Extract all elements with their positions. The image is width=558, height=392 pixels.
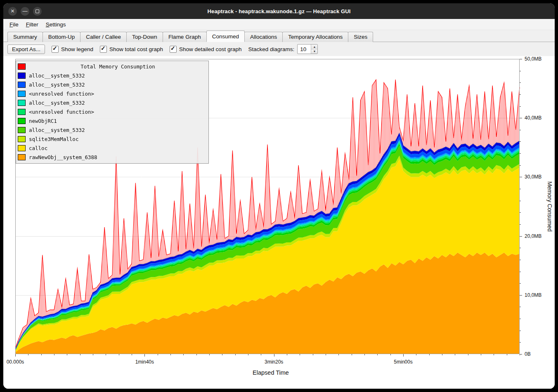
legend-row: calloc xyxy=(18,143,207,153)
tab-summary[interactable]: Summary xyxy=(7,32,43,42)
legend-label: newObjRC1 xyxy=(29,118,57,124)
checkbox-box: ✓ xyxy=(100,46,107,53)
tab-caller-callee[interactable]: Caller / Callee xyxy=(80,32,127,42)
tab-bottom-up[interactable]: Bottom-Up xyxy=(43,32,81,42)
legend-row: newObjRC1 xyxy=(18,116,207,125)
chart-legend: Total Memory Consumptionalloc__system_53… xyxy=(16,61,209,164)
legend-label: alloc__system_5332 xyxy=(29,100,85,106)
y-axis-tick-label: 10,0MB xyxy=(525,292,541,298)
y-axis-title: Memory Consumed xyxy=(546,181,553,232)
close-icon: ✕ xyxy=(10,9,14,14)
y-axis-tick-label: 50,0MB xyxy=(525,56,541,62)
legend-title-row: Total Memory Consumption xyxy=(18,62,207,71)
stacked-diagrams-spinbox[interactable]: 10 ▲ ▼ xyxy=(297,44,318,54)
spinbox-value: 10 xyxy=(298,45,311,54)
stacked-diagrams-label: Stacked diagrams: xyxy=(248,46,295,52)
legend-color-swatch xyxy=(18,100,26,106)
legend-row: alloc__system_5332 xyxy=(18,71,207,80)
tab-temporary-allocations[interactable]: Temporary Allocations xyxy=(282,32,348,42)
y-axis-tick-label: 20,0MB xyxy=(525,233,541,239)
tab-bar: Summary Bottom-Up Caller / Callee Top-Do… xyxy=(3,30,555,42)
maximize-icon xyxy=(35,9,39,13)
legend-row: <unresolved function> xyxy=(18,107,207,116)
checkbox-show-detailed-cost-graph[interactable]: ✓ Show detailed cost graph xyxy=(170,46,242,53)
legend-color-swatch xyxy=(18,91,26,97)
legend-label: Total Memory Consumption xyxy=(29,63,207,70)
spin-down-button[interactable]: ▼ xyxy=(311,49,317,54)
spinbox-buttons: ▲ ▼ xyxy=(311,45,317,54)
legend-label: alloc__system_5332 xyxy=(29,82,85,88)
legend-color-swatch xyxy=(18,118,26,124)
toolbar: Export As... ✓ Show legend ✓ Show total … xyxy=(3,42,555,56)
legend-color-swatch xyxy=(18,109,26,115)
checkbox-label: Show legend xyxy=(61,46,93,52)
tab-sizes[interactable]: Sizes xyxy=(348,32,373,42)
legend-label: alloc__system_5332 xyxy=(29,127,85,133)
x-axis-tick-label: 1min40s xyxy=(135,359,154,365)
window-controls: ✕ — xyxy=(8,3,42,19)
legend-row: sqlite3MemMalloc xyxy=(18,134,207,143)
export-as-button[interactable]: Export As... xyxy=(7,45,45,54)
legend-label: <unresolved function> xyxy=(29,91,94,97)
checkmark-icon: ✓ xyxy=(101,45,106,52)
window-title: Heaptrack - heaptrack.wakunode.1.gz — He… xyxy=(3,8,555,14)
menu-item-settings[interactable]: Settings xyxy=(42,20,70,29)
legend-color-swatch xyxy=(18,73,26,79)
checkbox-show-total-cost-graph[interactable]: ✓ Show total cost graph xyxy=(100,46,163,53)
tab-flame-graph[interactable]: Flame Graph xyxy=(163,32,207,42)
minimize-button[interactable]: — xyxy=(21,7,29,16)
legend-label: <unresolved function> xyxy=(29,109,94,115)
x-axis-tick-label: 5min00s xyxy=(394,359,412,365)
x-axis-tick-label: 3min20s xyxy=(265,359,283,365)
legend-label: alloc__system_5332 xyxy=(29,73,85,79)
legend-label: sqlite3MemMalloc xyxy=(29,136,78,142)
menu-item-file[interactable]: File xyxy=(6,20,22,29)
tab-top-down[interactable]: Top-Down xyxy=(126,32,163,42)
legend-color-swatch xyxy=(18,82,26,88)
checkbox-label: Show detailed cost graph xyxy=(179,46,242,52)
menu-item-filter[interactable]: Filter xyxy=(22,20,42,29)
legend-row: <unresolved function> xyxy=(18,89,207,98)
checkbox-box: ✓ xyxy=(52,46,59,53)
checkbox-label: Show total cost graph xyxy=(109,46,163,52)
tab-allocations[interactable]: Allocations xyxy=(244,32,283,42)
legend-row: rawNewObj__system_6388 xyxy=(18,153,207,162)
legend-color-swatch xyxy=(18,127,26,133)
close-button[interactable]: ✕ xyxy=(8,7,17,16)
minimize-icon: — xyxy=(23,9,28,14)
chart-area: Total Memory Consumptionalloc__system_53… xyxy=(3,56,555,389)
legend-label: rawNewObj__system_6388 xyxy=(29,154,97,160)
legend-row: alloc__system_5332 xyxy=(18,80,207,89)
legend-color-swatch xyxy=(18,63,26,70)
x-axis-tick-label: 00.000s xyxy=(7,359,24,365)
x-axis-title: Elapsed Time xyxy=(253,369,289,376)
screen: ✕ — Heaptrack - heaptrack.wakunode.1.gz … xyxy=(0,0,558,392)
maximize-button[interactable] xyxy=(33,7,42,16)
legend-color-swatch xyxy=(18,154,26,160)
checkmark-icon: ✓ xyxy=(52,45,57,52)
legend-row: alloc__system_5332 xyxy=(18,98,207,107)
titlebar: ✕ — Heaptrack - heaptrack.wakunode.1.gz … xyxy=(3,3,555,19)
legend-label: calloc xyxy=(29,145,47,151)
y-axis-tick-label: 30,0MB xyxy=(525,174,541,180)
tab-consumed[interactable]: Consumed xyxy=(206,31,245,42)
checkbox-box: ✓ xyxy=(170,46,177,53)
checkbox-show-legend[interactable]: ✓ Show legend xyxy=(52,46,93,53)
menubar: File Filter Settings xyxy=(3,19,555,30)
stacked-diagrams-control: Stacked diagrams: 10 ▲ ▼ xyxy=(248,44,318,54)
spin-up-button[interactable]: ▲ xyxy=(311,45,317,49)
legend-row: alloc__system_5332 xyxy=(18,125,207,134)
heaptrack-window: ✕ — Heaptrack - heaptrack.wakunode.1.gz … xyxy=(3,3,555,389)
legend-color-swatch xyxy=(18,136,26,142)
y-axis-tick-label: 0B xyxy=(525,351,531,357)
legend-color-swatch xyxy=(18,145,26,151)
checkmark-icon: ✓ xyxy=(170,45,175,52)
y-axis-tick-label: 40,0MB xyxy=(525,115,541,121)
